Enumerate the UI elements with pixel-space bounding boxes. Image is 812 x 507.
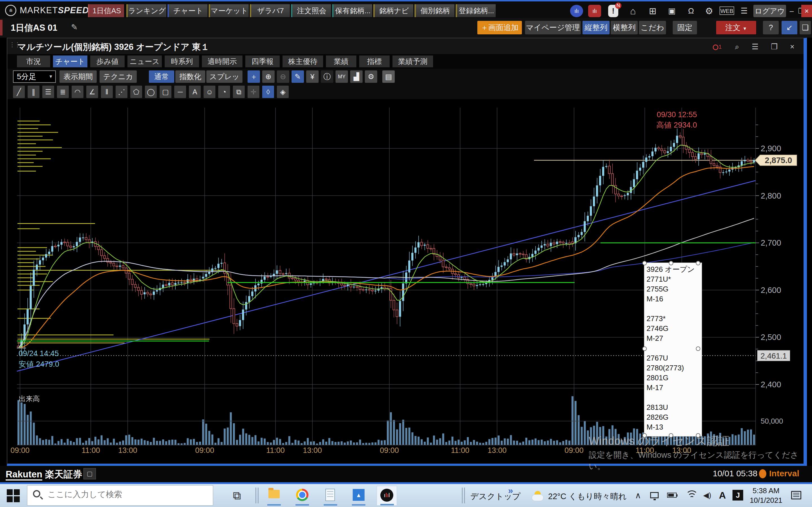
main-tab-chart[interactable]: チャート	[167, 4, 207, 17]
expand-icon[interactable]: ▸▏	[74, 470, 84, 478]
task-view-icon[interactable]: ⧉	[233, 489, 241, 502]
edit-page-name-icon[interactable]: ✎	[71, 22, 78, 32]
help-button[interactable]: ?	[763, 21, 779, 34]
marketspeed-red-icon[interactable]: ılı	[588, 5, 601, 17]
indexed-mode-button[interactable]: 指数化	[175, 70, 205, 83]
window-menu-icon[interactable]: ☰	[749, 42, 761, 52]
home-icon[interactable]: ⌂	[626, 5, 640, 17]
draw-fan-icon[interactable]: ∠	[86, 86, 98, 98]
tab-indicators[interactable]: 指標	[359, 55, 390, 67]
link-icon[interactable]: 1	[711, 42, 723, 52]
selection-handle[interactable]	[642, 346, 647, 351]
draw-trendline-icon[interactable]: ╱	[13, 86, 25, 98]
main-tab-market[interactable]: マーケット	[209, 4, 249, 17]
window-restore-icon[interactable]: ❐	[768, 42, 780, 52]
volume-tray-icon[interactable]: ◀)	[703, 491, 711, 500]
main-tab-1nichi-as01[interactable]: 1日信AS 01	[88, 4, 124, 17]
chrome-taskbar-icon[interactable]	[293, 486, 311, 506]
order-button[interactable]: 注文 ▼	[716, 21, 756, 34]
kodawari-button[interactable]: こだわり	[639, 21, 666, 34]
zoom-in-icon[interactable]: ⊕	[262, 70, 274, 83]
draw-hlines4-icon[interactable]: ≣	[57, 86, 69, 98]
taskbar-clock[interactable]: 5:38 AM10/1/2021	[748, 486, 784, 505]
draw-erase-all-icon[interactable]: ◈	[277, 86, 289, 98]
draw-hlines3-icon[interactable]: ☰	[42, 86, 54, 98]
draw-pentagon-icon[interactable]: ⬠	[130, 86, 142, 98]
add-screen-button[interactable]: ＋画面追加	[477, 21, 522, 34]
note-popup[interactable]: 3926 オープン 2771U* 2755G M-16 2773* 2746G …	[644, 263, 702, 437]
marketspeed-taskbar-icon[interactable]: ılıl	[377, 486, 397, 506]
gear-icon[interactable]: ⚙	[703, 5, 716, 17]
draw-arcs-icon[interactable]: ◠	[71, 86, 84, 98]
selection-handle[interactable]	[696, 261, 700, 265]
selection-handle[interactable]	[669, 261, 673, 265]
period-select[interactable]: 5分足▼	[13, 70, 56, 83]
draw-rectangle-icon[interactable]: ▢	[160, 86, 171, 98]
search-icon[interactable]: ⌕	[731, 42, 743, 52]
mypage-manage-button[interactable]: マイページ管理	[525, 21, 581, 34]
draw-marker-icon[interactable]: ∥	[28, 86, 40, 98]
display-tray-icon[interactable]	[650, 492, 659, 498]
normal-mode-button[interactable]: 通常	[149, 70, 174, 83]
web-icon[interactable]: WEB	[719, 6, 734, 15]
action-center-icon[interactable]	[791, 491, 801, 499]
tab-time-series[interactable]: 時系列	[165, 55, 199, 67]
main-tab-holdings[interactable]: 保有銘柄...	[332, 4, 372, 17]
tab-shikiho[interactable]: 四季報	[245, 55, 280, 67]
spread-mode-button[interactable]: スプレッド	[206, 70, 243, 83]
bell-icon[interactable]: Ω	[684, 5, 698, 17]
tab-tick[interactable]: 歩み値	[90, 55, 124, 67]
display-period-button[interactable]: 表示期間	[59, 70, 97, 83]
selection-handle[interactable]	[669, 433, 673, 438]
my-chart-icon[interactable]: MY	[336, 70, 348, 83]
minimize-button[interactable]: –	[787, 5, 796, 17]
taskbar-search[interactable]	[27, 485, 213, 506]
add-window-icon[interactable]: ⊞	[646, 5, 659, 17]
horizontal-align-button[interactable]: 横整列	[611, 21, 638, 34]
main-tab-registered-stocks[interactable]: 登録銘柄...	[456, 4, 496, 17]
marketspeed-blue-icon[interactable]: ılı	[570, 5, 583, 17]
tab-chart[interactable]: チャート	[53, 55, 87, 67]
photos-taskbar-icon[interactable]: ▴	[350, 486, 368, 506]
selection-handle[interactable]	[642, 261, 647, 265]
weather-label[interactable]: 22°C くもり時々晴れ	[548, 491, 627, 502]
settings-wrench-icon[interactable]: ⚙	[365, 70, 377, 83]
search-input[interactable]	[47, 490, 206, 499]
technical-button[interactable]: テクニカル	[100, 70, 137, 83]
chart-canvas[interactable]: 2,4002,5002,6002,7002,8002,90050,000出来高0…	[7, 99, 804, 464]
print-icon[interactable]: ▤	[382, 70, 395, 83]
window-close-icon[interactable]: ×	[786, 42, 799, 52]
crosshair-icon[interactable]: ＋	[248, 70, 260, 83]
tab-news[interactable]: ニュース	[128, 55, 162, 67]
vertical-align-button[interactable]: 縦整列	[582, 21, 610, 34]
tab-shareholder-benefit[interactable]: 株主優待	[283, 55, 323, 67]
draw-text-icon[interactable]: A	[189, 86, 201, 98]
tab-forecast[interactable]: 業績予測	[393, 55, 433, 67]
draw-time-marker-icon[interactable]: ◔	[218, 86, 230, 98]
main-tab-individual-stock[interactable]: 個別銘柄	[414, 4, 455, 17]
notepad-taskbar-icon[interactable]	[321, 486, 340, 506]
draw-ellipse-icon[interactable]: ◯	[145, 86, 157, 98]
draw-icon-stamp-icon[interactable]: ☺	[204, 86, 215, 98]
tab-results[interactable]: 業績	[326, 55, 356, 67]
draw-duplicate-icon[interactable]: ⧉	[233, 86, 245, 98]
hamburger-menu-icon[interactable]: ☰	[738, 5, 751, 17]
pin-button[interactable]: 固定	[673, 21, 697, 34]
draw-pencil-icon[interactable]: ✎	[292, 70, 304, 83]
draw-drag-icon[interactable]: ✛	[248, 86, 259, 98]
wifi-tray-icon[interactable]	[686, 490, 698, 500]
draw-hsegment-icon[interactable]: ─	[174, 86, 186, 98]
battery-tray-icon[interactable]	[667, 493, 677, 498]
file-explorer-taskbar-icon[interactable]	[265, 486, 283, 506]
main-tab-zaraba7[interactable]: ザラバ7	[250, 4, 290, 17]
popout-button[interactable]: ↙	[781, 21, 797, 34]
draw-eraser-icon[interactable]: ◊	[262, 86, 274, 98]
ime-mode-indicator[interactable]: A	[719, 490, 726, 501]
main-tab-ranking[interactable]: ランキング	[126, 4, 166, 17]
tab-disclosure[interactable]: 適時開示	[202, 55, 243, 67]
draw-pitchfork-icon[interactable]: ⋰	[116, 86, 128, 98]
tab-market-conditions[interactable]: 市況	[17, 55, 50, 67]
window-titlebar[interactable]: ⋮⋮ マルチツール(個別銘柄) 3926 オープンドア 東１ 1 ⌕ ☰ ❐ ×	[7, 38, 804, 54]
draw-vlines-icon[interactable]: ‖	[101, 86, 113, 98]
layout-button[interactable]: ❏	[800, 21, 811, 34]
